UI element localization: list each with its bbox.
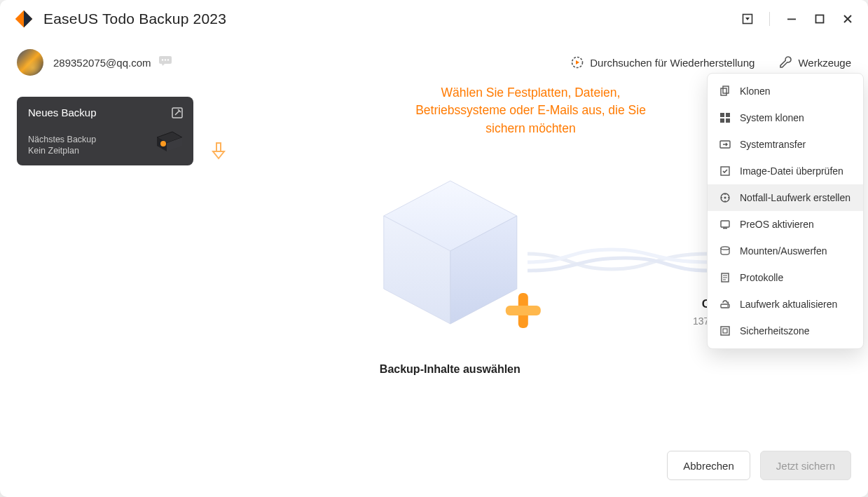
svg-rect-18: [216, 143, 221, 151]
svg-rect-43: [723, 228, 727, 229]
card-title: Neues Backup: [28, 107, 182, 118]
browse-recover-link[interactable]: Durchsuchen für Wiederherstellung: [570, 55, 755, 69]
window-controls: [741, 12, 854, 26]
recover-icon: [570, 55, 584, 69]
chat-icon[interactable]: [158, 55, 172, 69]
svg-marker-12: [576, 60, 579, 64]
minimize-button[interactable]: [785, 13, 798, 25]
preos-icon: [719, 218, 731, 231]
dropdown-window-icon[interactable]: [741, 13, 754, 25]
title-bar: EaseUS Todo Backup 2023: [0, 0, 868, 38]
tools-menu-item-0[interactable]: Klonen: [708, 78, 863, 104]
footer-actions: Abbrechen Jetzt sichern: [667, 451, 851, 480]
tools-menu-item-8[interactable]: Laufwerk aktualisieren: [708, 291, 863, 318]
cancel-button[interactable]: Abbrechen: [667, 451, 750, 480]
tools-menu-item-1[interactable]: System klonen: [708, 104, 863, 131]
svg-marker-7: [162, 64, 165, 66]
sidebar: Neues Backup Nächstes Backup Kein Zeitpl…: [17, 97, 193, 165]
disk-icon: [154, 130, 184, 157]
refresh-drive-icon: [719, 298, 731, 311]
logs-icon: [719, 271, 731, 284]
svg-marker-3: [745, 18, 750, 20]
svg-rect-49: [721, 327, 729, 335]
tools-menu-item-label: Notfall-Laufwerk erstellen: [740, 192, 850, 203]
tools-menu-item-9[interactable]: Sicherheitszone: [708, 318, 863, 344]
svg-point-41: [724, 196, 726, 198]
source-block[interactable]: Backup-Inhalte auswählen: [366, 175, 534, 376]
tools-menu-item-label: Laufwerk aktualisieren: [740, 299, 837, 310]
app-window: EaseUS Todo Backup 2023 289352075@qq.com: [0, 0, 868, 497]
tools-menu-item-3[interactable]: Image-Datei überprüfen: [708, 158, 863, 184]
svg-rect-50: [723, 329, 727, 333]
system-transfer-icon: [719, 138, 731, 151]
tools-menu-item-label: Sicherheitszone: [740, 325, 810, 336]
emergency-disk-icon: [719, 191, 731, 204]
toolbar-right: Durchsuchen für Wiederherstellung Werkze…: [570, 55, 851, 69]
svg-marker-1: [24, 11, 32, 28]
tools-icon: [778, 55, 792, 69]
clone-icon: [719, 85, 731, 97]
svg-point-44: [721, 247, 729, 250]
svg-point-8: [161, 59, 163, 60]
user-email: 289352075@qq.com: [53, 57, 151, 69]
close-button[interactable]: [841, 13, 854, 25]
new-backup-card[interactable]: Neues Backup Nächstes Backup Kein Zeitpl…: [17, 97, 193, 165]
svg-marker-19: [213, 151, 224, 158]
plus-icon: [501, 289, 544, 335]
select-content-label: Backup-Inhalte auswählen: [366, 363, 534, 376]
tools-menu-item-label: System klonen: [740, 112, 804, 123]
check-image-icon: [719, 165, 731, 177]
tools-label: Werkzeuge: [798, 57, 851, 69]
svg-rect-33: [723, 86, 729, 93]
tools-menu-item-label: PreOS aktivieren: [740, 219, 814, 230]
security-zone-icon: [719, 325, 731, 337]
separator: [769, 12, 770, 26]
tools-menu-item-5[interactable]: PreOS aktivieren: [708, 211, 863, 238]
svg-point-9: [164, 59, 165, 60]
tools-menu-item-label: Mounten/Auswerfen: [740, 245, 827, 257]
svg-rect-5: [816, 15, 824, 23]
svg-rect-4: [787, 19, 796, 20]
tools-menu-item-label: Systemtransfer: [740, 139, 806, 150]
avatar[interactable]: [17, 49, 43, 76]
maximize-button[interactable]: [813, 13, 826, 25]
tools-menu-item-7[interactable]: Protokolle: [708, 264, 863, 291]
svg-rect-36: [720, 118, 724, 123]
mount-icon: [719, 245, 731, 257]
app-logo-icon: [14, 9, 34, 29]
tools-menu-item-6[interactable]: Mounten/Auswerfen: [708, 238, 863, 264]
svg-rect-35: [726, 113, 730, 117]
tools-link[interactable]: Werkzeuge: [778, 55, 851, 69]
tools-menu-item-label: Image-Datei überprüfen: [740, 165, 843, 177]
tools-menu-item-2[interactable]: Systemtransfer: [708, 131, 863, 158]
svg-point-47: [727, 306, 729, 307]
svg-rect-42: [721, 221, 729, 227]
backup-now-button: Jetzt sichern: [760, 451, 851, 480]
svg-rect-37: [726, 118, 730, 123]
tools-menu-item-label: Protokolle: [740, 272, 783, 283]
edit-icon[interactable]: [171, 107, 184, 122]
system-clone-icon: [719, 111, 731, 124]
cube-icon: [376, 175, 523, 329]
app-title: EaseUS Todo Backup 2023: [43, 11, 741, 27]
tools-menu-item-4[interactable]: Notfall-Laufwerk erstellen: [708, 184, 863, 211]
svg-rect-32: [721, 88, 726, 95]
svg-point-17: [160, 141, 166, 147]
svg-point-10: [167, 59, 168, 60]
svg-rect-34: [720, 113, 724, 117]
svg-rect-24: [505, 306, 540, 315]
tools-menu-item-label: Klonen: [740, 86, 771, 97]
tools-menu: KlonenSystem klonenSystemtransferImage-D…: [707, 73, 864, 349]
browse-recover-label: Durchsuchen für Wiederherstellung: [590, 57, 755, 69]
